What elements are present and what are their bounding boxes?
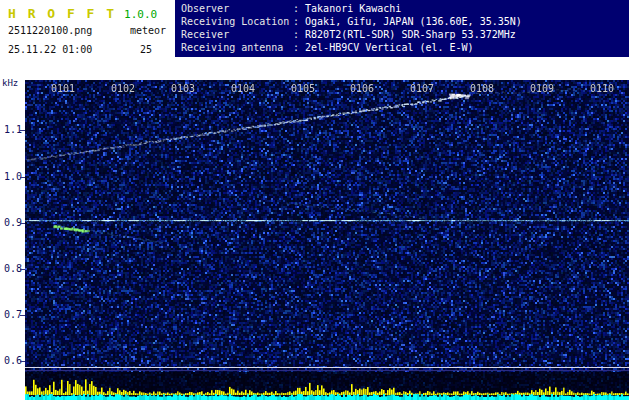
spectrogram-and-amplitude-canvas: [25, 80, 629, 400]
info-value: 2el-HB9CV Vertical (el. E-W): [305, 42, 474, 53]
time-row: 25.11.22 01:00 25: [8, 44, 178, 57]
hrofft-screenshot: H R O F F T1.0.0 2511220100.png meteor 2…: [0, 0, 629, 400]
time-tick-label: 0107: [410, 83, 434, 94]
file-row: 2511220100.png meteor: [8, 25, 178, 38]
mode-label: meteor: [130, 25, 166, 36]
info-label: Receiving antenna: [181, 41, 293, 54]
time-tick-label: 0106: [350, 83, 374, 94]
info-value: R820T2(RTL-SDR) SDR-Sharp 53.372MHz: [305, 29, 516, 40]
app-version: 1.0.0: [124, 8, 157, 21]
colon-separator: :: [293, 16, 299, 27]
echo-count: 25: [140, 44, 152, 55]
spectrogram-plot: 0101 0102 0103 0104 0105 0106 0107 0108 …: [25, 80, 629, 400]
colon-separator: :: [293, 3, 299, 14]
observation-timestamp: 25.11.22 01:00: [8, 44, 92, 55]
info-label: Observer: [181, 2, 293, 15]
time-tick-label: 0102: [111, 83, 135, 94]
time-tick-label: 0105: [291, 83, 315, 94]
time-tick-label: 0109: [530, 83, 554, 94]
info-row-observer: Observer: Takanori Kawachi: [175, 2, 629, 15]
info-row-antenna: Receiving antenna: 2el-HB9CV Vertical (e…: [175, 41, 629, 54]
title-row: H R O F F T1.0.0: [8, 3, 157, 22]
colon-separator: :: [293, 29, 299, 40]
output-filename: 2511220100.png: [8, 25, 92, 36]
time-tick-label: 0108: [470, 83, 494, 94]
header: H R O F F T1.0.0 2511220100.png meteor 2…: [0, 0, 629, 80]
info-label: Receiver: [181, 28, 293, 41]
info-row-receiver: Receiver: R820T2(RTL-SDR) SDR-Sharp 53.3…: [175, 28, 629, 41]
time-tick-label: 0103: [171, 83, 195, 94]
info-row-location: Receiving Location: Ogaki, Gifu, JAPAN (…: [175, 15, 629, 28]
station-info-panel: Observer: Takanori Kawachi Receiving Loc…: [175, 0, 629, 57]
frequency-axis: kHz 1.1 1.0 0.9 0.8 0.7 0.6: [0, 80, 25, 400]
time-axis: 0101 0102 0103 0104 0105 0106 0107 0108 …: [25, 83, 629, 95]
app-title: H R O F F T: [8, 6, 116, 21]
info-value: Ogaki, Gifu, JAPAN (136.60E, 35.35N): [305, 16, 522, 27]
time-tick-label: 0104: [231, 83, 255, 94]
info-value: Takanori Kawachi: [305, 3, 401, 14]
frequency-unit-label: kHz: [2, 78, 18, 88]
colon-separator: :: [293, 42, 299, 53]
time-tick-label: 0110: [590, 83, 614, 94]
time-tick-label: 0101: [51, 83, 75, 94]
info-label: Receiving Location: [181, 15, 293, 28]
